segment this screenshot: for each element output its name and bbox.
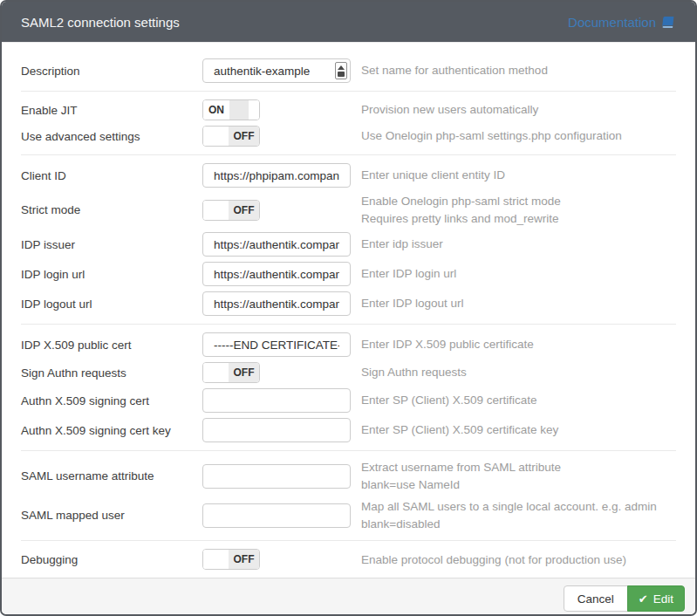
saml2-settings-dialog: SAML2 connection settings Documentation …	[0, 0, 697, 616]
authn-cert-key-hint: Enter SP (Client) X.509 certificate key	[361, 421, 558, 439]
dialog-footer: Cancel ✔ Edit	[2, 578, 695, 616]
toggle-state-label: OFF	[229, 363, 259, 382]
enable-jit-toggle[interactable]: ON	[202, 99, 260, 120]
enable-jit-hint: Provision new users automatically	[361, 101, 538, 119]
strict-mode-label: Strict mode	[21, 203, 202, 216]
authn-cert-input[interactable]	[202, 388, 351, 413]
row-idp-issuer: IDP issuer Enter idp issuer	[21, 229, 676, 259]
idp-logout-url-hint: Enter IDP logout url	[361, 295, 464, 312]
check-icon: ✔	[639, 592, 648, 606]
toggle-knob	[203, 363, 229, 382]
cancel-button[interactable]: Cancel	[564, 585, 628, 612]
settings-form: Description Set name for authentication …	[2, 42, 695, 578]
description-label: Description	[21, 65, 202, 78]
idp-cert-hint: Enter IDP X.509 public certificate	[361, 336, 534, 353]
toggle-knob	[203, 127, 229, 146]
authn-cert-key-input[interactable]	[202, 418, 351, 442]
strict-mode-toggle[interactable]: OFF	[202, 200, 260, 221]
row-saml-username: SAML username attribute Extract username…	[21, 456, 676, 496]
saml-username-label: SAML username attribute	[21, 469, 202, 483]
toggle-state-label: OFF	[229, 201, 259, 220]
authn-cert-label: Authn X.509 signing cert	[21, 394, 202, 407]
dialog-header: SAML2 connection settings Documentation	[2, 2, 695, 42]
row-advanced-settings: Use advanced settings OFF Use Onelogin p…	[21, 123, 676, 149]
documentation-link[interactable]: Documentation	[568, 15, 676, 30]
row-debugging: Debugging OFF Enable protocol debugging …	[21, 546, 676, 572]
debugging-label: Debugging	[21, 553, 202, 566]
sign-authn-hint: Sign Authn requests	[361, 364, 467, 381]
toggle-state-label: ON	[203, 100, 229, 120]
row-idp-login-url: IDP login url Enter IDP login url	[21, 259, 676, 289]
saml-mapped-user-hint: Map all SAML users to a single local acc…	[361, 498, 657, 532]
autofill-spinner-icon[interactable]	[335, 62, 347, 79]
saml-mapped-user-label: SAML mapped user	[21, 509, 202, 522]
client-id-label: Client ID	[21, 169, 202, 182]
section-certs: IDP X.509 public cert Enter IDP X.509 pu…	[21, 325, 676, 451]
edit-button-label: Edit	[653, 592, 673, 606]
advanced-settings-hint: Use Onelogin php-saml settings.php confi…	[361, 127, 622, 145]
enable-jit-label: Enable JIT	[21, 104, 202, 117]
row-client-id: Client ID Enter unique client entity ID	[21, 161, 676, 190]
advanced-settings-label: Use advanced settings	[21, 130, 202, 143]
client-id-hint: Enter unique client entity ID	[361, 167, 505, 184]
idp-login-url-input[interactable]	[202, 262, 351, 286]
row-authn-cert: Authn X.509 signing cert Enter SP (Clien…	[21, 386, 676, 415]
saml-username-hint: Extract username from SAML attribute bla…	[361, 459, 561, 493]
row-description: Description Set name for authentication …	[21, 56, 676, 86]
idp-issuer-hint: Enter idp issuer	[361, 236, 443, 253]
row-saml-mapped-user: SAML mapped user Map all SAML users to a…	[21, 496, 676, 535]
advanced-settings-toggle[interactable]: OFF	[202, 126, 260, 147]
toggle-knob	[229, 100, 249, 120]
debugging-hint: Enable protocol debugging (not for produ…	[361, 551, 626, 569]
documentation-link-label: Documentation	[568, 15, 656, 30]
section-debugging: Debugging OFF Enable protocol debugging …	[21, 541, 676, 578]
toggle-knob	[203, 201, 229, 220]
idp-cert-label: IDP X.509 public cert	[21, 339, 202, 352]
strict-mode-hint: Enable Onelogin php-saml strict mode Req…	[361, 193, 561, 227]
client-id-input[interactable]	[202, 163, 351, 188]
section-jit: Enable JIT ON Provision new users automa…	[21, 92, 676, 155]
sign-authn-label: Sign Authn requests	[21, 366, 202, 380]
idp-logout-url-label: IDP logout url	[21, 298, 202, 311]
row-enable-jit: Enable JIT ON Provision new users automa…	[21, 97, 676, 123]
row-sign-authn: Sign Authn requests OFF Sign Authn reque…	[21, 359, 676, 386]
description-input[interactable]	[202, 58, 351, 83]
idp-issuer-input[interactable]	[202, 232, 351, 257]
toggle-knob	[203, 550, 229, 569]
section-description: Description Set name for authentication …	[21, 51, 676, 92]
idp-issuer-label: IDP issuer	[21, 238, 202, 251]
debugging-toggle[interactable]: OFF	[202, 549, 260, 570]
saml-mapped-user-input[interactable]	[202, 503, 351, 528]
section-saml-user: SAML username attribute Extract username…	[21, 451, 676, 541]
row-strict-mode: Strict mode OFF Enable Onelogin php-saml…	[21, 190, 676, 229]
section-idp: Client ID Enter unique client entity ID …	[21, 155, 676, 325]
row-idp-logout-url: IDP logout url Enter IDP logout url	[21, 289, 676, 318]
dialog-title: SAML2 connection settings	[21, 15, 180, 30]
book-icon	[661, 16, 676, 29]
saml-username-input[interactable]	[202, 464, 351, 489]
authn-cert-hint: Enter SP (Client) X.509 certificate	[361, 392, 537, 409]
sign-authn-toggle[interactable]: OFF	[202, 362, 260, 383]
cancel-button-label: Cancel	[577, 592, 614, 606]
toggle-state-label: OFF	[229, 127, 259, 146]
idp-login-url-label: IDP login url	[21, 268, 202, 281]
idp-login-url-hint: Enter IDP login url	[361, 265, 456, 283]
row-authn-cert-key: Authn X.509 signing cert key Enter SP (C…	[21, 415, 676, 445]
row-idp-cert: IDP X.509 public cert Enter IDP X.509 pu…	[21, 330, 676, 359]
edit-button[interactable]: ✔ Edit	[627, 585, 685, 612]
authn-cert-key-label: Authn X.509 signing cert key	[21, 424, 202, 437]
idp-logout-url-input[interactable]	[202, 291, 351, 316]
toggle-state-label: OFF	[229, 550, 259, 569]
idp-cert-input[interactable]	[202, 332, 351, 357]
description-hint: Set name for authentication method	[361, 62, 548, 79]
